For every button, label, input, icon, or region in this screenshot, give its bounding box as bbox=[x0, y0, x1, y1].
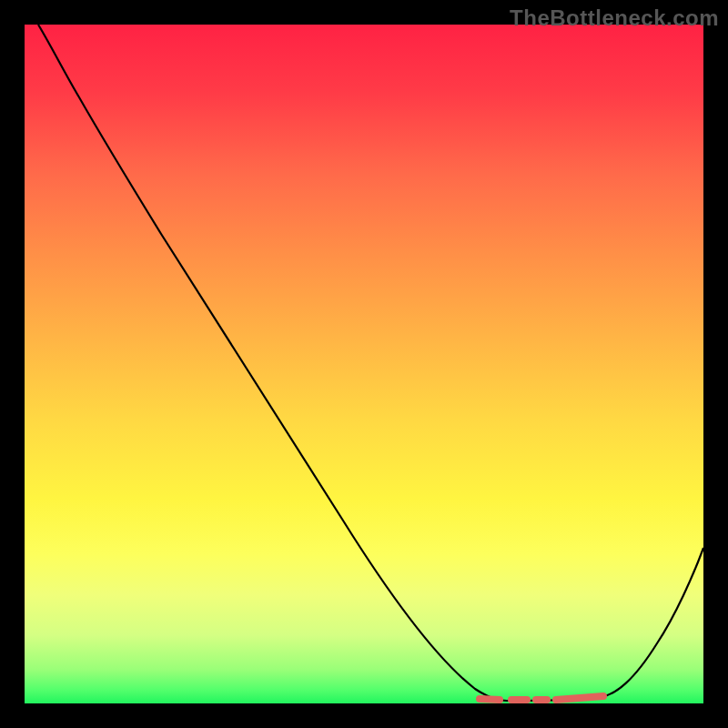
plot-area bbox=[25, 25, 703, 703]
gradient-background bbox=[25, 25, 703, 703]
watermark-text: TheBottleneck.com bbox=[510, 5, 719, 31]
chart-wrapper: TheBottleneck.com bbox=[0, 0, 728, 728]
